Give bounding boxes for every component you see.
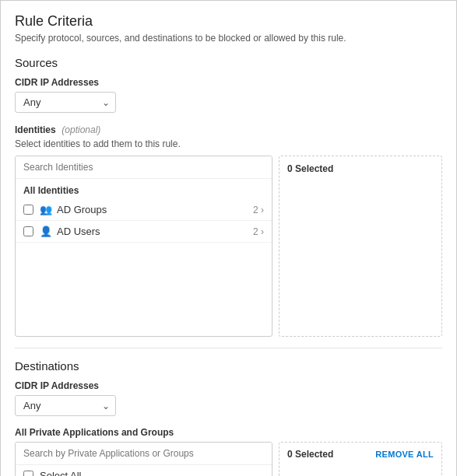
select-all-checkbox[interactable] xyxy=(23,471,33,476)
all-identities-label: All Identities xyxy=(16,179,272,199)
ad-groups-checkbox[interactable] xyxy=(23,205,33,215)
ad-groups-label: AD Groups xyxy=(57,204,253,215)
section-divider xyxy=(15,348,442,348)
destinations-list-panel: Select All 📁 Private Applications 3 › xyxy=(15,442,272,476)
list-item[interactable]: 👤 AD Users 2 › xyxy=(16,221,272,243)
identities-selected-panel: 0 Selected xyxy=(279,156,442,337)
destinations-selected-count: 0 Selected xyxy=(287,449,333,460)
remove-all-button[interactable]: REMOVE ALL xyxy=(375,450,434,459)
identities-hint: Select identities to add them to this ru… xyxy=(15,138,442,149)
destinations-cidr-label: CIDR IP Addresses xyxy=(15,380,442,391)
search-identities-input[interactable] xyxy=(16,156,272,179)
identities-label: Identities xyxy=(15,124,56,135)
destinations-title: Destinations xyxy=(15,359,442,373)
destinations-selected-panel: 0 Selected REMOVE ALL xyxy=(279,442,442,476)
destinations-section: Destinations CIDR IP Addresses Any ⌄ All… xyxy=(15,359,442,476)
group-icon: 👥 xyxy=(40,204,52,215)
sources-cidr-label: CIDR IP Addresses xyxy=(15,77,442,88)
ad-users-count: 2 › xyxy=(253,226,264,237)
identities-optional-label: (optional) xyxy=(62,124,100,135)
sources-cidr-dropdown[interactable]: Any xyxy=(15,92,116,113)
destinations-apps-label: All Private Applications and Groups xyxy=(15,427,442,438)
sources-title: Sources xyxy=(15,56,442,69)
ad-users-checkbox[interactable] xyxy=(23,226,33,236)
ad-groups-count: 2 › xyxy=(253,205,264,215)
page-subtitle: Specify protocol, sources, and destinati… xyxy=(15,33,442,44)
ad-users-label: AD Users xyxy=(57,226,253,237)
select-all-label: Select All xyxy=(40,470,264,476)
page-title: Rule Criteria xyxy=(15,13,442,30)
identities-selected-count: 0 Selected xyxy=(287,163,333,174)
list-item[interactable]: 👥 AD Groups 2 › xyxy=(16,199,272,221)
user-icon: 👤 xyxy=(40,226,52,237)
destinations-cidr-dropdown[interactable]: Any xyxy=(15,395,116,416)
identities-list-panel: All Identities 👥 AD Groups 2 › 👤 AD User… xyxy=(15,156,272,337)
search-apps-input[interactable] xyxy=(16,443,272,465)
sources-section: Sources CIDR IP Addresses Any ⌄ Identiti… xyxy=(15,56,442,337)
list-item[interactable]: Select All xyxy=(16,465,272,476)
